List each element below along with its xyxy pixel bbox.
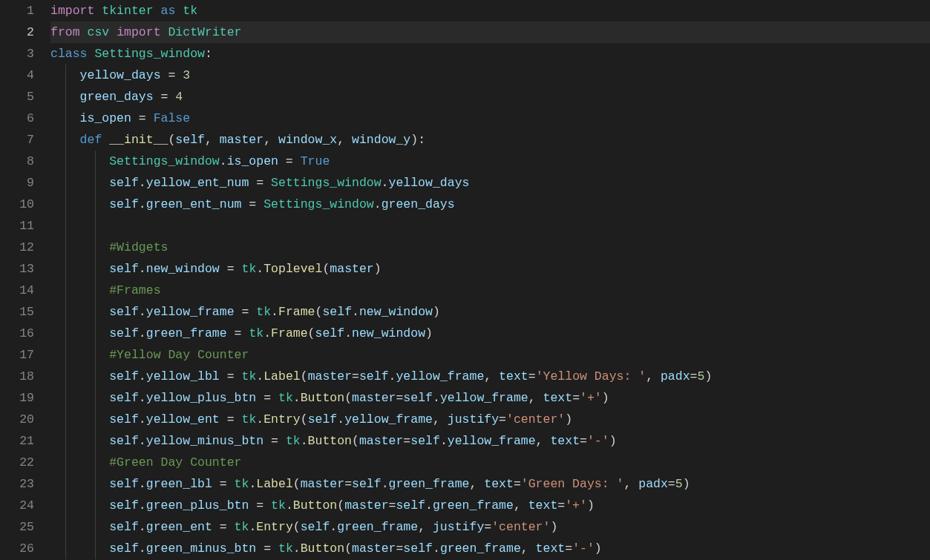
code-line[interactable]: Settings_window.is_open = True [50,151,930,172]
code-line[interactable]: import tkinter as tk [50,0,930,22]
code-editor[interactable]: 1234567891011121314151617181920212223242… [0,0,930,560]
token: #Widgets [109,240,168,254]
token: = [396,541,403,556]
token: = [572,391,580,405]
token: . [425,498,433,513]
token: self [359,369,389,383]
code-line[interactable]: is_open = False [50,108,930,129]
token: = [249,498,271,513]
token: Settings_window [94,47,205,61]
token: ) [683,477,690,491]
token: ( [301,369,308,383]
code-line[interactable]: self.green_ent = tk.Entry(self.green_fra… [50,516,930,538]
token: ( [352,434,359,448]
token: , [514,498,528,513]
code-line[interactable]: self.green_ent_num = Settings_window.gre… [50,194,930,215]
code-line[interactable]: #Green Day Counter [50,452,930,473]
token: self [109,434,139,448]
token: self [109,176,139,190]
token: text [550,434,580,448]
line-number: 4 [0,65,34,86]
code-line[interactable]: self.yellow_plus_btn = tk.Button(master=… [50,387,930,409]
code-line[interactable]: green_days = 4 [50,86,930,108]
token: tk [286,434,301,448]
line-number: 17 [0,344,34,366]
code-line[interactable] [50,215,930,237]
token: : [205,47,212,61]
token: yellow_plus_btn [146,391,257,405]
token: master [308,369,352,383]
line-number: 2 [0,22,34,43]
token: green_ent_num [146,197,242,211]
token: . [256,262,263,276]
token: = [344,477,352,491]
code-line[interactable]: self.green_frame = tk.Frame(self.new_win… [50,323,930,344]
code-line[interactable]: #Widgets [50,237,930,258]
code-line[interactable]: self.yellow_frame = tk.Frame(self.new_wi… [50,301,930,323]
token: text [543,391,573,405]
token: import [50,4,102,18]
token: False [154,111,191,125]
code-line[interactable]: yellow_days = 3 [50,65,930,86]
token: = [212,520,235,534]
code-line[interactable]: self.yellow_ent = tk.Entry(self.yellow_f… [50,409,930,430]
token: = [241,197,263,211]
token: . [139,176,146,190]
token: . [352,305,359,319]
code-line[interactable]: self.green_plus_btn = tk.Button(master=s… [50,495,930,516]
code-line[interactable]: #Yellow Day Counter [50,344,930,366]
line-number-gutter: 1234567891011121314151617181920212223242… [0,0,50,560]
code-line[interactable]: #Frames [50,280,930,301]
token: self [109,391,139,405]
token: , [418,520,433,534]
token: = [499,412,506,426]
token: ( [315,305,323,319]
token: master [352,541,396,556]
code-line[interactable]: self.yellow_minus_btn = tk.Button(master… [50,430,930,452]
token: Button [308,434,352,448]
token: self [109,305,139,319]
code-line[interactable]: class Settings_window: [50,43,930,65]
token: self [403,541,433,556]
token: master [220,133,263,147]
code-line[interactable]: self.new_window = tk.Toplevel(master) [50,258,930,280]
token: = [131,111,154,125]
token: = [154,90,176,104]
token: green_frame [389,477,470,491]
code-line[interactable]: from csv import DictWriter [50,22,930,43]
line-number: 16 [0,323,34,344]
code-line[interactable]: self.yellow_ent_num = Settings_window.ye… [50,172,930,194]
token: ) [609,434,617,448]
token: . [139,391,146,405]
token: self [109,498,139,513]
code-line[interactable]: self.yellow_lbl = tk.Label(master=self.y… [50,366,930,387]
token: , [646,369,661,383]
token: ) [587,498,595,513]
token: justify [448,412,499,426]
token: master [330,262,373,276]
token: ) [704,369,712,383]
token: . [382,176,389,190]
code-area[interactable]: import tkinter as tkfrom csv import Dict… [50,0,930,560]
token: yellow_days [389,176,470,190]
code-line[interactable]: def __init__(self, master, window_x, win… [50,129,930,151]
token: Toplevel [263,262,322,276]
token: tk [256,305,271,319]
code-line[interactable]: self.green_lbl = tk.Label(master=self.gr… [50,473,930,495]
token: 4 [175,90,183,104]
token: = [403,434,410,448]
token: = [528,369,536,383]
token: green_minus_btn [146,541,257,556]
token: 'Green Days: ' [521,477,624,491]
token: green_days [382,197,455,211]
token: new_window [359,305,433,319]
line-number: 3 [0,43,34,65]
token: . [139,541,146,556]
code-line[interactable]: self.green_minus_btn = tk.Button(master=… [50,538,930,559]
token: self [315,326,345,340]
token: #Yellow Day Counter [109,348,249,362]
token: self [301,520,330,534]
token: green_frame [337,520,418,534]
token: = [249,176,271,190]
token: padx [661,369,690,383]
